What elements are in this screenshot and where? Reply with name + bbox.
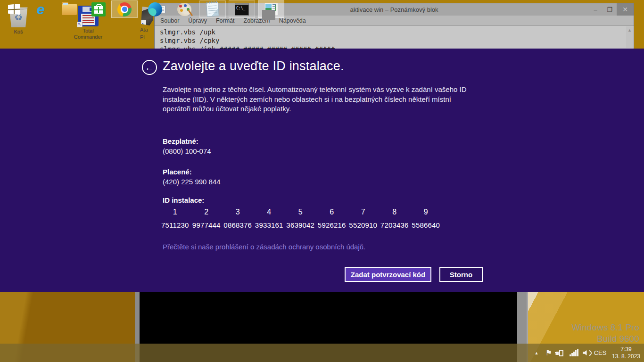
taskbar-internet-explorer[interactable]: e bbox=[27, 0, 54, 18]
iid-group: 95586640 bbox=[410, 208, 442, 229]
dialog-body-text: Zavolejte na jedno z těchto čísel. Autom… bbox=[163, 85, 479, 114]
taskbar-chrome[interactable] bbox=[111, 0, 138, 18]
volume-button[interactable] bbox=[581, 344, 593, 362]
activation-dialog: ← Zavolejte a uveďte ID instalace. Zavol… bbox=[0, 49, 644, 292]
menu-napoveda[interactable]: Nápověda bbox=[279, 17, 306, 24]
plug-icon bbox=[559, 350, 563, 356]
start-button[interactable] bbox=[1, 0, 27, 18]
notepad-scrollbar[interactable]: ▲ bbox=[626, 26, 633, 48]
language-indicator[interactable]: CES bbox=[593, 344, 607, 362]
notepad-titlebar[interactable]: aktivace win – Poznámkový blok – ❐ ✕ bbox=[155, 3, 634, 16]
iid-group: 53639042 bbox=[285, 208, 316, 229]
show-hidden-icons-button[interactable]: ▲ bbox=[532, 344, 541, 362]
folder-icon bbox=[62, 4, 77, 15]
tray-time: 7:39 bbox=[620, 346, 631, 353]
toll-free-label: Bezplatné: bbox=[163, 137, 198, 145]
flag-icon: ⚑ bbox=[545, 348, 552, 357]
chrome-icon bbox=[117, 2, 132, 16]
notepad-menubar: Soubor Úpravy Formát Zobrazení Nápověda bbox=[155, 16, 634, 26]
menu-zobrazeni[interactable]: Zobrazení bbox=[244, 17, 270, 24]
speaker-wave-icon bbox=[589, 350, 592, 356]
enter-confirmation-code-button[interactable]: Zadat potvrzovací kód bbox=[345, 267, 431, 282]
iid-group: 87203436 bbox=[379, 208, 411, 229]
privacy-policy-link[interactable]: Přečtěte si naše prohlášení o zásadách o… bbox=[163, 243, 365, 251]
iid-group: 75520910 bbox=[347, 208, 379, 229]
paid-number: (420) 225 990 844 bbox=[163, 178, 221, 186]
command-prompt-icon: C:\_ bbox=[235, 3, 249, 16]
taskbar-command-prompt[interactable]: C:\_ bbox=[229, 0, 255, 18]
scroll-up-arrow[interactable]: ▲ bbox=[626, 28, 633, 33]
iid-group: 29977444 bbox=[191, 208, 223, 229]
minimize-button[interactable]: – bbox=[588, 3, 603, 16]
paid-label: Placené: bbox=[163, 168, 192, 176]
safely-remove-hardware-button[interactable] bbox=[555, 344, 567, 362]
notepad-icon bbox=[206, 2, 219, 17]
internet-explorer-icon: e bbox=[37, 2, 45, 16]
chevron-up-icon: ▲ bbox=[535, 351, 539, 355]
action-center-button[interactable]: ⚑ bbox=[543, 344, 554, 362]
cancel-button[interactable]: Storno bbox=[439, 267, 483, 282]
dialog-title: Zavolejte a uveďte ID instalace. bbox=[163, 59, 344, 74]
activation-app-icon bbox=[264, 3, 278, 16]
taskbar-file-explorer[interactable] bbox=[56, 0, 83, 18]
paint-icon bbox=[177, 3, 191, 16]
tray-date: 13. 8. 2023 bbox=[612, 353, 640, 360]
taskbar-paint[interactable] bbox=[171, 0, 198, 18]
installation-id-label: ID instalace: bbox=[163, 196, 204, 204]
store-icon bbox=[91, 2, 106, 16]
network-status-button[interactable] bbox=[568, 344, 580, 362]
installation-id-table: 17511230 29977444 30868376 43933161 5363… bbox=[159, 208, 442, 229]
toll-free-number: (0800) 100-074 bbox=[163, 147, 211, 155]
desktop-icon-label: Koš bbox=[0, 29, 37, 35]
iid-group: 43933161 bbox=[254, 208, 285, 229]
maximize-button[interactable]: ❐ bbox=[603, 3, 617, 16]
taskbar-windows-store[interactable] bbox=[85, 0, 112, 18]
back-arrow-icon: ← bbox=[145, 62, 154, 73]
back-button[interactable]: ← bbox=[142, 60, 157, 75]
iid-group: 30868376 bbox=[222, 208, 254, 229]
speaker-icon bbox=[583, 350, 588, 356]
window-title: aktivace win – Poznámkový blok bbox=[155, 6, 634, 13]
windows-build-watermark: Windows 8.1 Pro Build 9600 bbox=[536, 322, 639, 345]
notepad-text-area[interactable]: slmgr.vbs /upk slmgr.vbs /cpky slmgr.vbs… bbox=[156, 26, 626, 49]
iid-group: 65926216 bbox=[316, 208, 348, 229]
taskbar-notepad[interactable] bbox=[199, 0, 226, 18]
taskbar-activation-app[interactable] bbox=[258, 0, 284, 18]
clock[interactable]: 7:39 13. 8. 2023 bbox=[611, 344, 641, 362]
menu-upravy[interactable]: Úpravy bbox=[188, 17, 207, 24]
taskbar-edge[interactable] bbox=[142, 0, 168, 18]
menu-soubor[interactable]: Soubor bbox=[160, 17, 179, 24]
windows-logo-icon bbox=[8, 4, 20, 15]
menu-format[interactable]: Formát bbox=[216, 17, 235, 24]
edge-icon bbox=[148, 2, 162, 16]
iid-group: 17511230 bbox=[159, 208, 191, 229]
desktop-icon-label: Total Commander bbox=[70, 28, 107, 40]
close-button[interactable]: ✕ bbox=[617, 3, 634, 16]
notepad-window: aktivace win – Poznámkový blok – ❐ ✕ Sou… bbox=[154, 3, 634, 49]
